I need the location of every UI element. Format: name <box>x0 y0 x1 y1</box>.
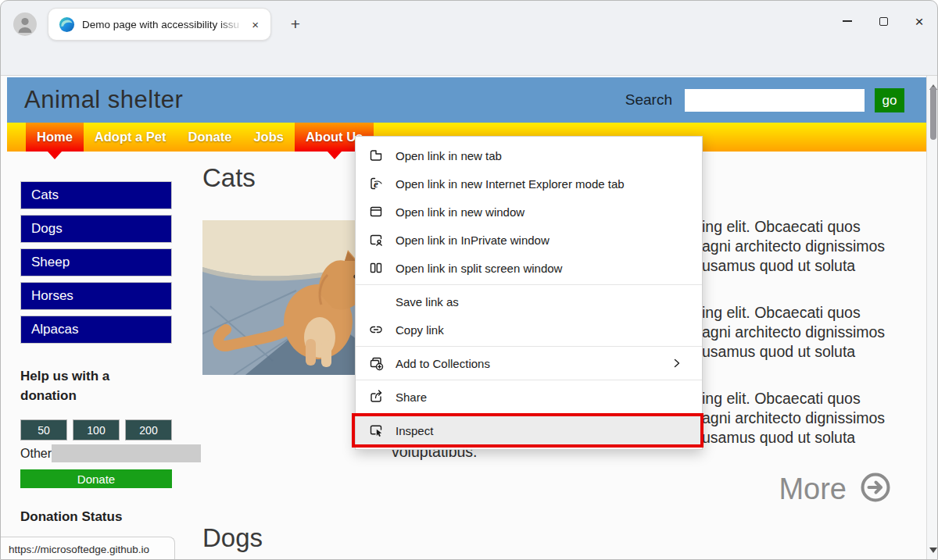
menu-item-label: Open link in split screen window <box>396 262 689 275</box>
search-go-button[interactable]: go <box>875 88 904 112</box>
other-amount-row: Other <box>20 444 172 462</box>
menu-item-open-link-in-new-tab[interactable]: Open link in new tab <box>356 141 702 169</box>
sidebar-item-cats[interactable]: Cats <box>20 181 172 209</box>
edge-favicon <box>59 16 75 33</box>
nav-item-jobs[interactable]: Jobs <box>242 123 295 152</box>
window-controls: × <box>829 1 937 41</box>
menu-item-share[interactable]: Share <box>356 383 702 411</box>
icon-spacer <box>368 294 384 309</box>
browser-window: Demo page with accessibility issu × + × … <box>0 0 938 560</box>
donation-amount-200[interactable]: 200 <box>125 419 172 441</box>
split-screen-icon <box>368 260 384 276</box>
cats-heading: Cats <box>202 163 256 193</box>
site-header: Animal shelter Search go <box>7 77 926 123</box>
paragraph-line: ing elit. Obcaecati quos <box>702 303 936 323</box>
ie-mode-icon: e <box>368 176 384 191</box>
nav-item-home[interactable]: Home <box>26 123 84 152</box>
minimize-button[interactable] <box>829 5 865 37</box>
menu-item-label: Inspect <box>396 424 689 437</box>
menu-item-copy-link[interactable]: Copy link <box>356 316 702 344</box>
new-window-icon <box>368 204 384 219</box>
menu-item-label: Open link in new window <box>396 205 689 219</box>
browser-toolbar: ← https://microsoftedge.github.io/Demos/… <box>1 41 937 75</box>
paragraph-line: agni architecto dignissimos <box>702 408 936 428</box>
sidebar-item-horses[interactable]: Horses <box>20 282 172 310</box>
share-icon <box>368 389 384 405</box>
menu-item-open-link-in-split-screen-window[interactable]: Open link in split screen window <box>356 254 702 282</box>
donation-heading-line2: donation <box>20 386 109 405</box>
profile-avatar-icon[interactable] <box>13 12 37 36</box>
menu-item-label: Open link in new tab <box>396 149 689 162</box>
donate-button[interactable]: Donate <box>20 469 172 488</box>
menu-separator <box>356 413 702 414</box>
svg-text:e: e <box>374 178 378 190</box>
nav-item-adopt-a-pet[interactable]: Adopt a Pet <box>84 123 177 152</box>
menu-separator <box>356 380 702 380</box>
donation-heading-line1: Help us with a <box>20 366 109 386</box>
paragraph-line: usamus quod ut soluta <box>702 256 936 276</box>
menu-item-save-link-as[interactable]: Save link as <box>356 287 702 316</box>
copy-link-icon <box>368 322 384 337</box>
search-box: Search go <box>625 88 904 112</box>
maximize-button[interactable] <box>865 5 901 37</box>
scrollbar-thumb[interactable] <box>930 87 936 140</box>
sidebar-nav: CatsDogsSheepHorsesAlpacas <box>20 181 172 349</box>
paragraph-fragment: ing elit. Obcaecati quosagni architecto … <box>702 303 936 362</box>
site-title: Animal shelter <box>24 86 625 114</box>
collections-icon <box>368 355 384 371</box>
donation-amounts: 50100200 <box>20 419 172 441</box>
paragraph-line: agni architecto dignissimos <box>702 323 936 342</box>
menu-item-label: Open link in new Internet Explorer mode … <box>396 177 689 191</box>
paragraph-fragment: ing elit. Obcaecati quosagni architecto … <box>702 389 936 448</box>
browser-tab[interactable]: Demo page with accessibility issu × <box>48 8 271 41</box>
paragraph-line: ing elit. Obcaecati quos <box>702 389 936 408</box>
inprivate-window-icon <box>368 232 384 248</box>
menu-item-open-link-in-new-window[interactable]: Open link in new window <box>356 198 702 226</box>
paragraph-line: agni architecto dignissimos <box>702 237 936 256</box>
inspect-icon <box>368 423 384 438</box>
sidebar-item-sheep[interactable]: Sheep <box>20 248 172 276</box>
close-window-button[interactable]: × <box>901 5 937 37</box>
menu-item-open-link-in-inprivate-window[interactable]: Open link in InPrivate window <box>356 226 702 254</box>
donation-amount-50[interactable]: 50 <box>20 419 67 441</box>
search-label: Search <box>625 91 672 109</box>
arrow-right-circle-icon <box>859 471 892 507</box>
paragraph-fragment: ing elit. Obcaecati quosagni architecto … <box>702 217 936 276</box>
menu-separator <box>356 284 702 285</box>
more-link[interactable]: More <box>779 471 892 507</box>
menu-item-label: Share <box>396 391 689 404</box>
menu-item-label: Add to Collections <box>396 357 669 370</box>
menu-item-open-link-in-new-internet-explorer-mode-tab[interactable]: eOpen link in new Internet Explorer mode… <box>356 169 702 198</box>
tab-strip: Demo page with accessibility issu × + × <box>1 1 937 41</box>
menu-item-label: Open link in InPrivate window <box>396 234 689 247</box>
menu-item-inspect[interactable]: Inspect <box>356 416 702 444</box>
menu-item-add-to-collections[interactable]: Add to Collections <box>356 349 702 377</box>
scrollbar[interactable] <box>926 76 938 560</box>
more-link-label: More <box>779 473 847 506</box>
chevron-right-icon <box>669 355 685 371</box>
nav-item-donate[interactable]: Donate <box>177 123 243 152</box>
paragraph-line: ing elit. Obcaecati quos <box>702 217 936 237</box>
status-bar: https://microsoftedge.github.io <box>1 537 175 560</box>
dogs-heading: Dogs <box>202 523 263 553</box>
tab-title: Demo page with accessibility issu <box>82 19 248 30</box>
new-tab-icon <box>368 148 384 163</box>
donation-heading: Help us with a donation <box>20 366 109 405</box>
sidebar-item-alpacas[interactable]: Alpacas <box>20 316 172 344</box>
other-label: Other <box>20 447 52 461</box>
new-tab-button[interactable]: + <box>285 15 306 35</box>
page-viewport: Animal shelter Search go HomeAdopt a Pet… <box>1 75 938 560</box>
paragraph-line: usamus quod ut soluta <box>702 342 936 362</box>
donation-status-heading: Donation Status <box>20 509 122 525</box>
menu-item-label: Copy link <box>396 323 689 337</box>
scroll-down-arrow-icon[interactable] <box>929 548 937 557</box>
paragraph-line: usamus quod ut soluta <box>702 428 936 448</box>
search-input[interactable] <box>685 89 865 112</box>
cat-photo <box>202 220 374 375</box>
context-menu: Open link in new tabeOpen link in new In… <box>355 136 703 450</box>
donation-amount-100[interactable]: 100 <box>73 419 120 441</box>
tab-close-icon[interactable]: × <box>248 17 263 32</box>
other-amount-input[interactable] <box>52 444 201 462</box>
sidebar-item-dogs[interactable]: Dogs <box>20 215 172 243</box>
menu-item-label: Save link as <box>396 295 689 309</box>
